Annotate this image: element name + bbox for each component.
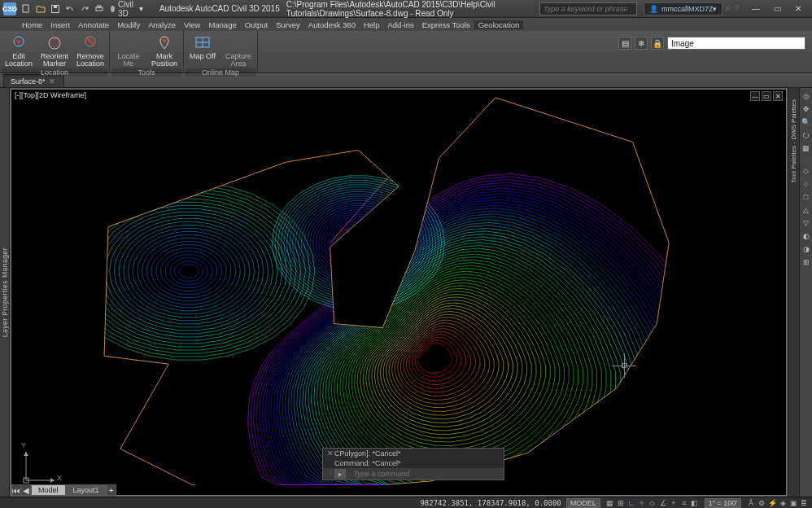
ucs-x-label: X (57, 474, 62, 482)
hardware-accel-icon[interactable]: ⚡ (767, 498, 777, 508)
snap-toggle-icon[interactable]: ⊞ (616, 498, 626, 508)
layer-dropdown[interactable] (667, 37, 805, 50)
layer-control: ▤ ❄ 🔒 (618, 36, 805, 50)
user-name: mmccallMXD7Z▾ (661, 5, 718, 13)
tool-2-icon[interactable]: ○ (801, 179, 811, 189)
remove-location-button[interactable]: Remove Location (73, 33, 107, 68)
command-input[interactable] (349, 470, 500, 478)
annoscale-icon[interactable]: Å (746, 498, 756, 508)
tab-expresstools[interactable]: Express Tools (418, 20, 474, 29)
tool-palettes-label: Tool Palettes - DWS Palettes (790, 99, 797, 183)
user-account-button[interactable]: 👤 mmccallMXD7Z▾ (644, 2, 723, 15)
polar-toggle-icon[interactable]: ✧ (637, 498, 647, 508)
tab-insert[interactable]: Insert (46, 20, 74, 29)
tool-5-icon[interactable]: ▽ (801, 218, 811, 228)
workspace-icon[interactable]: ⚙ (757, 498, 766, 508)
tab-survey[interactable]: Survey (272, 20, 304, 29)
tool-3-icon[interactable]: □ (801, 192, 811, 202)
lwt-toggle-icon[interactable]: ≡ (679, 498, 689, 508)
space-toggle[interactable]: MODEL (566, 498, 600, 508)
layer-freeze-icon[interactable]: ❄ (635, 37, 648, 50)
annotation-scale[interactable]: 1" = 100' (705, 498, 741, 508)
command-prompt-icon: ▸ (334, 469, 346, 479)
layer-lock-icon[interactable]: 🔒 (651, 37, 664, 50)
tab-help[interactable]: Help (360, 20, 384, 29)
showmotion-icon[interactable]: ▦ (801, 143, 811, 153)
ucs-icon: X Y (18, 440, 67, 488)
map-off-button[interactable]: Map Off (186, 33, 220, 68)
search-input[interactable] (539, 2, 637, 15)
tab-addins[interactable]: Add-ins (383, 20, 417, 29)
layout-nav-prev[interactable]: ◀ (21, 484, 31, 496)
clean-screen-icon[interactable]: ▣ (788, 498, 798, 508)
layout-tab-layout1[interactable]: Layout1 (66, 484, 107, 496)
redo-icon[interactable] (78, 2, 91, 15)
window-controls: — ▭ ✕ (745, 2, 809, 16)
close-button[interactable]: ✕ (788, 2, 809, 16)
zoom-icon[interactable]: 🔍 (801, 117, 811, 127)
app-icon[interactable]: C3D (3, 2, 16, 15)
tool-7-icon[interactable]: ◑ (801, 244, 811, 254)
command-close-icon[interactable]: ✕ (326, 449, 334, 458)
transparency-icon[interactable]: ◧ (690, 498, 700, 508)
tab-autodesk360[interactable]: Autodesk 360 (304, 20, 360, 29)
tab-geolocation[interactable]: Geolocation (474, 20, 524, 29)
tab-modify[interactable]: Modify (113, 20, 144, 29)
gear-icon (111, 6, 115, 12)
svg-rect-13 (233, 38, 244, 46)
open-icon[interactable] (34, 2, 47, 15)
layer-state-icon[interactable]: ▤ (618, 37, 631, 50)
nav-wheel-icon[interactable]: ◎ (801, 91, 811, 101)
reorient-marker-label: Reorient Marker (37, 53, 72, 68)
save-icon[interactable] (49, 2, 62, 15)
capture-area-button: Capture Area (221, 33, 255, 68)
osnap-toggle-icon[interactable]: ◇ (648, 498, 657, 508)
ribbon-group-onlinemap: Map Off Capture Area Online Map (184, 31, 258, 72)
layout-nav-add[interactable]: + (107, 484, 116, 496)
dyn-toggle-icon[interactable]: + (669, 498, 679, 508)
command-line[interactable]: ✕CPolygon]: *Cancel* Command: *Cancel* ⋮… (322, 448, 504, 480)
tab-manage[interactable]: Manage (204, 20, 240, 29)
isolate-icon[interactable]: ◈ (778, 498, 788, 508)
left-palette-bar[interactable]: Layer Properties Manager (0, 88, 10, 497)
tab-output[interactable]: Output (241, 20, 273, 29)
layout-tab-model[interactable]: Model (31, 484, 66, 496)
coordinate-readout[interactable]: 982742.3851, 178347.9018, 0.0000 (420, 499, 561, 507)
pan-icon[interactable]: ✥ (801, 104, 811, 114)
locate-me-label: Locate Me (111, 53, 146, 68)
tool-1-icon[interactable]: ◇ (801, 166, 811, 176)
workspace-label: Civil 3D (118, 0, 136, 18)
maximize-button[interactable]: ▭ (766, 2, 788, 16)
close-tab-icon[interactable]: ✕ (49, 77, 55, 85)
layout-nav-first[interactable]: ⏮ (11, 484, 21, 496)
ortho-toggle-icon[interactable]: ∟ (626, 498, 636, 508)
tab-analyze[interactable]: Analyze (144, 20, 180, 29)
orbit-icon[interactable]: ⭮ (801, 130, 811, 140)
tab-annotate[interactable]: Annotate (74, 20, 113, 29)
customize-icon[interactable]: ≣ (799, 498, 809, 508)
chevron-down-icon: ▾ (139, 4, 143, 13)
help-icon[interactable]: ? (734, 4, 739, 13)
edit-location-button[interactable]: Edit Location (2, 33, 36, 68)
undo-icon[interactable] (63, 2, 76, 15)
exchange-apps-icon[interactable]: ✕ (724, 4, 731, 13)
otrack-toggle-icon[interactable]: ∠ (658, 498, 668, 508)
tool-6-icon[interactable]: ◐ (801, 231, 811, 241)
right-palette-bar[interactable]: Tool Palettes - DWS Palettes (788, 88, 799, 497)
minimize-button[interactable]: — (745, 2, 766, 16)
mark-position-button[interactable]: Mark Position (147, 33, 181, 68)
tool-4-icon[interactable]: △ (801, 205, 811, 215)
model-viewport[interactable]: [-][Top][2D Wireframe] — ▭ ✕ X Y ✕CPolyg… (11, 89, 787, 496)
tab-view[interactable]: View (180, 20, 204, 29)
tool-8-icon[interactable]: ⊞ (801, 257, 811, 267)
command-history-2: Command: *Cancel* (334, 459, 401, 467)
new-icon[interactable] (20, 2, 33, 15)
print-icon[interactable] (93, 2, 106, 15)
reorient-marker-button[interactable]: Reorient Marker (37, 33, 72, 68)
svg-point-6 (17, 40, 20, 43)
tab-home[interactable]: Home (18, 20, 46, 29)
command-handle-icon[interactable]: ⋮ (326, 470, 334, 478)
svg-line-9 (86, 37, 94, 46)
workspace-switcher[interactable]: Civil 3D ▾ (111, 0, 143, 18)
grid-toggle-icon[interactable]: ▦ (605, 498, 615, 508)
